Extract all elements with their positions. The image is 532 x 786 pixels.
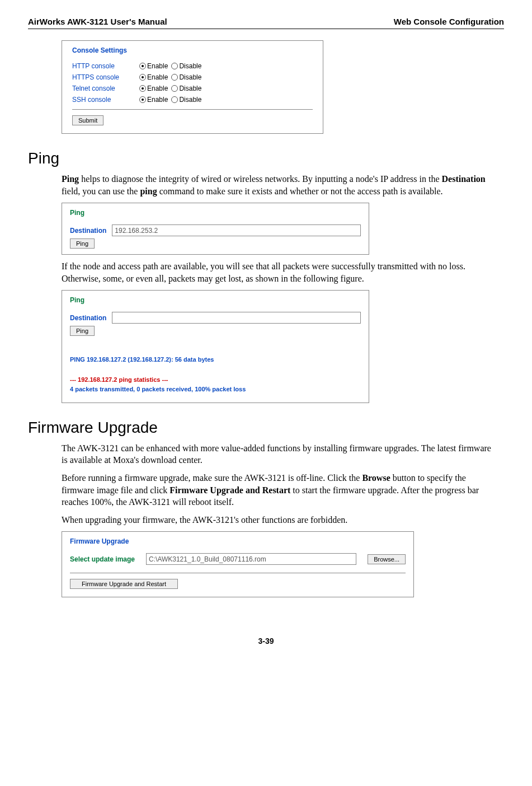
console-row-https: HTTPS console Enable Disable [72, 73, 313, 81]
destination-input[interactable] [112, 224, 361, 236]
radio-disable[interactable]: Disable [171, 96, 201, 104]
console-row-ssh: SSH console Enable Disable [72, 96, 313, 104]
destination-label: Destination [70, 227, 106, 235]
destination-label: Destination [70, 314, 106, 322]
console-label: SSH console [72, 96, 139, 104]
page-number: 3-39 [28, 637, 504, 645]
page-header: AirWorks AWK-3121 User's Manual Web Cons… [28, 17, 504, 26]
radio-disable[interactable]: Disable [171, 73, 201, 81]
ping-button[interactable]: Ping [70, 326, 95, 336]
radio-enable[interactable]: Enable [139, 85, 168, 92]
header-left: AirWorks AWK-3121 User's Manual [28, 17, 167, 26]
radio-enable[interactable]: Enable [139, 73, 168, 81]
submit-button[interactable]: Submit [72, 115, 103, 125]
firmware-panel: Firmware Upgrade Select update image Bro… [62, 531, 414, 597]
console-settings-panel: Console Settings HTTP console Enable Dis… [62, 40, 323, 134]
firmware-heading: Firmware Upgrade [28, 419, 504, 437]
console-label: HTTPS console [72, 73, 139, 81]
ping-result-panel: Ping Destination Ping PING 192.168.127.2… [62, 290, 369, 403]
console-row-telnet: Telnet console Enable Disable [72, 85, 313, 92]
ping-button[interactable]: Ping [70, 238, 95, 249]
header-right: Web Console Configuration [394, 17, 504, 26]
radio-disable[interactable]: Disable [171, 62, 201, 70]
ping-result-text: PING 192.168.127.2 (192.168.127.2): 56 d… [70, 355, 361, 394]
console-label: HTTP console [72, 62, 139, 70]
browse-button[interactable]: Browse... [368, 554, 406, 564]
destination-input[interactable] [112, 312, 361, 324]
select-image-label: Select update image [70, 555, 135, 563]
radio-enable[interactable]: Enable [139, 96, 168, 104]
ping-heading: Ping [28, 149, 504, 167]
ping-intro-text: Ping helps to diagnose the integrity of … [62, 173, 498, 197]
console-settings-title: Console Settings [72, 46, 313, 54]
header-rule [28, 29, 504, 29]
divider [70, 573, 406, 573]
divider [72, 109, 313, 110]
radio-enable[interactable]: Enable [139, 62, 168, 70]
console-label: Telnet console [72, 85, 139, 92]
firmware-upgrade-button[interactable]: Firmware Upgrade and Restart [70, 579, 178, 589]
ping-panel: Ping Destination Ping [62, 203, 369, 255]
firmware-panel-title: Firmware Upgrade [70, 537, 406, 545]
firmware-body-text: The AWK-3121 can be enhanced with more v… [62, 442, 498, 526]
firmware-file-input[interactable] [146, 553, 356, 565]
ping-panel-title: Ping [70, 209, 361, 217]
ping-panel-title: Ping [70, 296, 361, 304]
radio-disable[interactable]: Disable [171, 85, 201, 92]
console-row-http: HTTP console Enable Disable [72, 62, 313, 70]
ping-mid-text: If the node and access path are availabl… [62, 260, 498, 284]
